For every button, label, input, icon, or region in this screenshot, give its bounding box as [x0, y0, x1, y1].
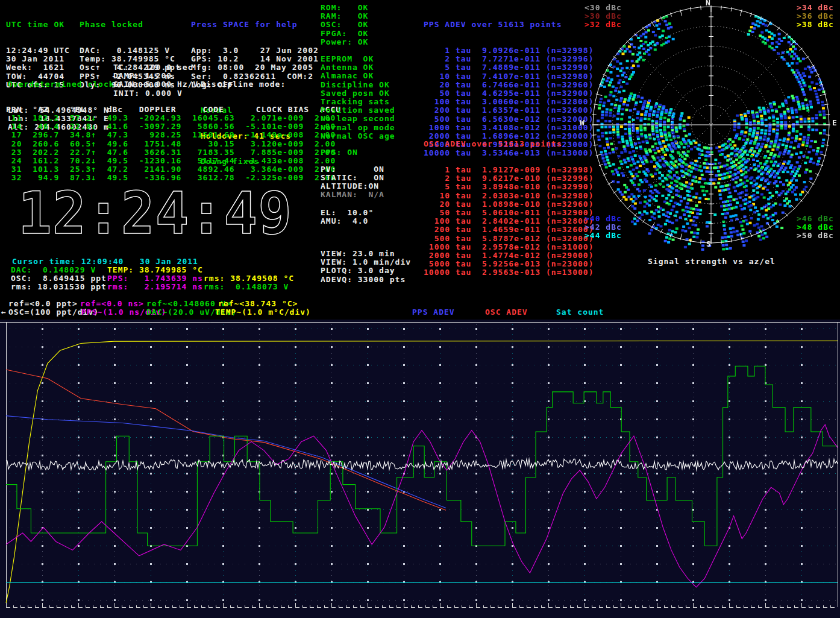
pps-adev-row: 2 tau 7.7271e-011 (n=32996): [424, 55, 594, 63]
receiver-status-block: ROM: OKRAM: OKOSC: OKFPGA: OKPower: OK: [321, 4, 368, 46]
discipline-title: Discipline mode:: [201, 80, 291, 89]
dbc-legend-item: >38 dBc: [797, 20, 834, 29]
lady-heather-window: { "top_left": { "title": "UTC time OK", …: [0, 0, 840, 618]
osc-adev-row: 1000 tau 2.9578e-012 (n=31000): [424, 243, 594, 251]
sat-table-row: 23 202.2 22.7↑ 47.6 3626.31 7183.35 7.88…: [6, 148, 336, 157]
rms-pps: rms: 2.195714 ns: [107, 283, 203, 291]
sat-table: 11 182.2 57.2↓ 49.3 -2024.93 16045.63 2.…: [6, 114, 336, 183]
temp-scale: TEMP~(1.0 m°C/div): [215, 308, 311, 317]
health-line: Saved posn OK: [321, 89, 395, 98]
dbc-legend-item: >50 dBc: [797, 232, 834, 240]
health-line: Almanac OK: [321, 72, 395, 80]
help-line: GPS: 10.2 14 Nov 2001: [191, 55, 319, 63]
dbc-legend-item: >32 dBc: [585, 20, 622, 29]
legend-osc-adev: OSC ADEV: [485, 308, 528, 317]
dbc-legend-item: >44 dBc: [585, 232, 622, 240]
pps-adev-row: 100 tau 3.0060e-011 (n=32800): [424, 98, 594, 106]
sat-table-row: 20 260.6 60.5↑ 49.6 1751.48 30.15 3.120e…: [6, 140, 336, 148]
phase-line: DAC: 0.148125 V: [80, 46, 181, 55]
health-line: No leap second: [321, 115, 395, 123]
receiver-status-line: OSC: OK: [321, 20, 368, 29]
kalman-state: KALMAN: N/A: [321, 191, 384, 199]
osc-adev-row: 50 tau 5.0610e-011 (n=32900): [424, 209, 594, 217]
amu-mask: AMU: 4.0: [321, 217, 368, 225]
dbc-legend-item: >46 dBc: [797, 215, 834, 223]
help-hint[interactable]: Press SPACE for help: [191, 20, 319, 29]
view-block: VIEW: 23.0 minVIEW: 1.0 min/divPLOTQ: 3.…: [321, 250, 411, 284]
sat-table-row: 31 101.3 25.3↑ 47.2 2141.90 4892.46 3.36…: [6, 165, 336, 174]
legend-sat-count: Sat count: [556, 308, 604, 317]
pps-adev-row: 5 tau 7.4889e-011 (n=32990): [424, 63, 594, 72]
loop-param-line: DAMP: 1.200: [113, 72, 198, 80]
utc-line: 12:24:49 UTC: [6, 46, 70, 55]
legend-pps-adev: PPS ADEV: [412, 308, 455, 317]
dbc-legend-item: >36 dBc: [797, 12, 834, 20]
osc-adev-row: 5000 tau 5.9256e-013 (n=23000): [424, 260, 594, 268]
health-line: Normal op mode: [321, 124, 395, 132]
osc-adev-row: 1 tau 1.9127e-009 (n=32998): [424, 166, 594, 174]
compass-south: S: [706, 240, 712, 248]
pps-adev-row: 500 tau 6.5630e-012 (n=32000): [424, 115, 594, 124]
dbc-legend-top-right: >34 dBc>36 dBc>38 dBc: [797, 4, 834, 30]
osc-adev-row: 500 tau 5.8787e-012 (n=32000): [424, 235, 594, 243]
health-line: Antenna OK: [321, 63, 395, 72]
osc-adev-row: 5 tau 3.8948e-010 (n=32990): [424, 183, 594, 191]
pps-adev-row: 200 tau 1.6357e-011 (n=32600): [424, 106, 594, 115]
pps-adev-title: PPS ADEV over 51613 points: [424, 20, 594, 29]
scroll-left-arrow[interactable]: ←: [1, 308, 7, 317]
pps-adev-row: 1 tau 9.0926e-011 (n=32998): [424, 46, 594, 55]
rms-osc: rms: 18.031530 ppt: [11, 283, 107, 291]
rms-dac: rms: 0.148073 V: [204, 283, 289, 291]
main-plot-canvas[interactable]: [0, 320, 840, 618]
sat-table-row: 32 94.9 87.3↓ 49.5 -336.96 3612.78 -2.32…: [6, 174, 336, 182]
loop-params-block: TC: 100.0 secDAMP: 1.200GAIN:-5.000 Hz/V…: [113, 63, 198, 98]
dbc-legend-item: >30 dBc: [585, 12, 622, 20]
big-digital-clock: 12:24:49: [17, 185, 297, 243]
osc-adev-title: OSC ADEV over 51613 points: [424, 140, 594, 148]
utc-line: 30 Jan 2011: [6, 55, 70, 63]
health-block: EEPROM OKAntenna OKAlmanac OKDiscipline …: [321, 55, 395, 140]
receiver-status-line: RAM: OK: [321, 12, 368, 20]
big-digital-clock-text: 12:24:49: [18, 185, 292, 243]
osc-adev-block: OSC ADEV over 51613 points 1 tau 1.9127e…: [424, 123, 594, 286]
dbc-legend-bottom-left: >40 dBc>42 dBc>44 dBc: [585, 215, 622, 241]
health-line: Discipline OK: [321, 81, 395, 89]
health-line: Normal OSC age: [321, 132, 395, 140]
pps-onoff: PPS: ON: [321, 148, 358, 157]
position-title: Overdetermined clock: [8, 80, 114, 89]
sat-table-row: 24 161.2 70.2↓ 49.5 -1230.16 5117.44 -1.…: [6, 157, 336, 165]
health-line: Position saved: [321, 106, 395, 115]
dbc-legend-item: >42 dBc: [585, 223, 622, 232]
loop-param-line: TC: 100.0 sec: [113, 63, 198, 72]
view-line: VIEW: 1.0 min/div: [321, 258, 411, 266]
dbc-legend-item: >48 dBc: [797, 223, 834, 232]
osc-adev-row: 2 tau 9.6217e-010 (n=32996): [424, 174, 594, 183]
receiver-status-line: FPGA: OK: [321, 30, 368, 38]
osc-adev-row: 200 tau 1.4659e-011 (n=32600): [424, 225, 594, 234]
help-line: App: 3.0 27 Jun 2002: [191, 46, 319, 55]
utc-status: UTC time OK: [6, 20, 70, 29]
phase-status: Phase locked: [80, 20, 181, 29]
osc-adev-row: 20 tau 1.0898e-010 (n=32960): [424, 200, 594, 209]
health-line: Tracking sats: [321, 98, 395, 106]
dbc-legend-bottom-right: >46 dBc>48 dBc>50 dBc: [797, 215, 834, 241]
receiver-status-line: ROM: OK: [321, 4, 368, 12]
polar-caption: Signal strength vs az/el: [648, 257, 776, 266]
dbc-legend-top-left: <30 dBc>30 dBc>32 dBc: [585, 4, 622, 30]
compass-north: N: [706, 0, 711, 7]
receiver-status-line: Power: OK: [321, 38, 368, 46]
sat-table-row: 14 46.4 22.8↓ 41.6 -3097.29 5860.56 -5.1…: [6, 122, 336, 131]
view-line: VIEW: 23.0 min: [321, 250, 411, 258]
dbc-legend-item: <30 dBc: [585, 4, 622, 12]
osc-adev-row: 10 tau 2.0303e-010 (n=32980): [424, 192, 594, 200]
osc-adev-row: 2000 tau 1.4774e-012 (n=29000): [424, 251, 594, 260]
dbc-legend-item: >34 dBc: [797, 4, 834, 12]
sat-table-row: 17 296.7 34.8↑ 47.3 928.25 11501.69 -1.1…: [6, 131, 336, 139]
osc-adev-row: 100 tau 2.8402e-011 (n=32800): [424, 217, 594, 225]
loop-param-line: GAIN:-5.000 Hz/V: [113, 80, 198, 89]
compass-east: E: [832, 119, 838, 127]
loop-param-line: INIT: 0.000 V: [113, 89, 198, 98]
dbc-legend-item: >40 dBc: [585, 215, 622, 223]
pps-adev-row: 50 tau 4.6295e-011 (n=32900): [424, 89, 594, 98]
compass-west: W: [580, 119, 585, 127]
